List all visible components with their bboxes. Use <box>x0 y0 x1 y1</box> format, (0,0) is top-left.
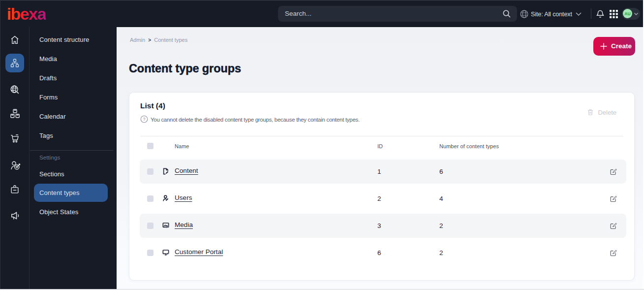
svg-text:?: ? <box>143 117 145 122</box>
